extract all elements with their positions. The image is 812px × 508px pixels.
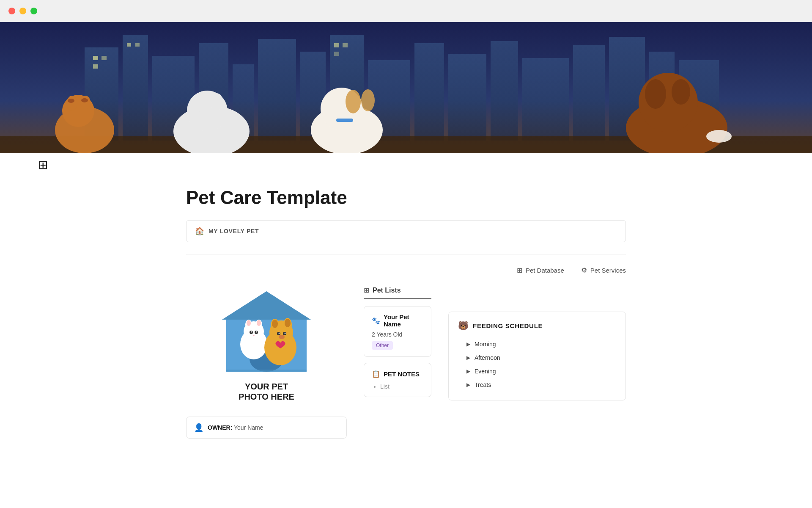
feeding-treats-label: Treats [475,381,491,388]
breadcrumb-label: MY LOVELY PET [208,228,259,235]
svg-point-66 [285,319,291,327]
hero-svg [0,22,812,153]
svg-rect-13 [522,58,569,141]
svg-point-55 [257,320,261,326]
left-column: YOUR PET PHOTO HERE 👤 OWNER: Your Name [186,286,347,439]
svg-point-44 [645,79,666,109]
svg-rect-14 [573,45,605,141]
right-column: 🐻 FEEDING SCHEDULE ▶ Morning ▶ Afternoon… [448,286,626,439]
breadcrumb[interactable]: 🏠 MY LOVELY PET [186,220,626,242]
top-links-row: ⊞ Pet Database ⚙ Pet Services [148,266,664,274]
pet-paw-icon: 🐾 [372,317,380,325]
svg-marker-48 [222,291,311,320]
svg-point-35 [193,93,206,112]
page-icon: ⊞ [38,159,48,171]
home-icon: 🏠 [195,226,204,236]
svg-rect-10 [414,43,444,141]
services-icon: ⚙ [581,266,587,274]
minimize-button[interactable] [19,8,26,14]
svg-rect-24 [343,43,348,47]
svg-point-69 [279,333,280,334]
svg-rect-11 [448,54,486,141]
main-content: Pet Care Template 🏠 MY LOVELY PET ⊞ Pet … [110,187,702,439]
feeding-item-treats[interactable]: ▶ Treats [458,378,616,392]
svg-rect-41 [336,119,353,122]
pet-photo-container: YOUR PET PHOTO HERE [203,286,330,405]
pet-lists-title: Pet Lists [373,287,401,294]
svg-rect-18 [93,56,98,60]
svg-rect-25 [334,52,339,56]
svg-rect-20 [93,64,98,69]
pet-lists-icon: ⊞ [364,286,369,294]
notes-list-item: List [380,383,423,390]
pet-tag: Other [372,341,393,350]
svg-point-65 [272,320,278,328]
feeding-title: FEEDING SCHEDULE [473,322,543,329]
svg-rect-6 [258,39,296,141]
owner-label: OWNER: [208,424,232,431]
feeding-item-evening[interactable]: ▶ Evening [458,364,616,378]
owner-icon: 👤 [194,423,203,432]
svg-rect-22 [135,43,140,47]
pet-age: 2 Years Old [372,331,423,338]
photo-label-line1: YOUR PET [245,382,288,391]
feeding-item-morning[interactable]: ▶ Morning [458,337,616,351]
pet-database-label: Pet Database [526,267,564,274]
middle-column: ⊞ Pet Lists 🐾 Your Pet Name 2 Years Old … [364,286,431,439]
svg-point-71 [279,335,285,339]
svg-point-58 [251,331,252,333]
svg-point-46 [706,130,732,143]
svg-point-40 [361,89,375,111]
arrow-icon-morning: ▶ [466,341,470,347]
notes-icon: 📋 [372,370,380,378]
pet-lists-section-header: ⊞ Pet Lists [364,286,431,299]
pet-name: Your Pet Name [384,313,423,328]
pet-illustration-svg [218,289,315,378]
arrow-icon-afternoon: ▶ [466,355,470,361]
svg-rect-12 [491,41,518,141]
feeding-header: 🐻 FEEDING SCHEDULE [458,320,616,331]
svg-point-31 [68,99,74,103]
page-title: Pet Care Template [186,187,626,208]
svg-rect-21 [127,43,131,47]
close-button[interactable] [8,8,15,14]
pet-card-header: 🐾 Your Pet Name [372,313,423,328]
pet-database-link[interactable]: ⊞ Pet Database [517,266,564,274]
photo-label-line2: PHOTO HERE [239,392,294,401]
notes-title: PET NOTES [384,370,420,378]
svg-point-36 [210,93,223,110]
owner-text: OWNER: Your Name [208,424,263,431]
svg-point-54 [247,320,251,326]
pet-services-link[interactable]: ⚙ Pet Services [581,266,626,274]
svg-rect-19 [102,56,107,60]
notes-list: List [372,383,423,390]
feeding-evening-label: Evening [475,368,496,375]
pet-photo-label: YOUR PET PHOTO HERE [239,381,294,402]
feeding-afternoon-label: Afternoon [475,354,500,361]
maximize-button[interactable] [30,8,37,14]
svg-rect-72 [226,370,307,372]
database-icon: ⊞ [517,266,522,274]
svg-point-32 [81,98,88,102]
svg-point-29 [67,96,77,111]
owner-card[interactable]: 👤 OWNER: Your Name [186,417,347,439]
main-grid: YOUR PET PHOTO HERE 👤 OWNER: Your Name ⊞… [148,286,664,439]
hero-banner [0,22,812,153]
pet-services-label: Pet Services [590,267,626,274]
svg-point-45 [672,79,690,105]
owner-name: Your Name [234,424,263,431]
svg-point-59 [256,331,258,333]
svg-point-30 [80,96,91,109]
feeding-schedule-card: 🐻 FEEDING SCHEDULE ▶ Morning ▶ Afternoon… [448,312,626,400]
window-chrome [0,0,812,22]
feeding-morning-label: Morning [475,341,496,348]
svg-rect-23 [334,43,339,47]
feeding-icon: 🐻 [458,320,469,331]
pet-card[interactable]: 🐾 Your Pet Name 2 Years Old Other [364,306,431,357]
arrow-icon-evening: ▶ [466,368,470,374]
svg-point-70 [285,333,286,334]
pet-notes-card[interactable]: 📋 PET NOTES List [364,363,431,397]
feeding-item-afternoon[interactable]: ▶ Afternoon [458,351,616,364]
divider [186,254,626,254]
page-icon-area: ⊞ [0,153,812,174]
